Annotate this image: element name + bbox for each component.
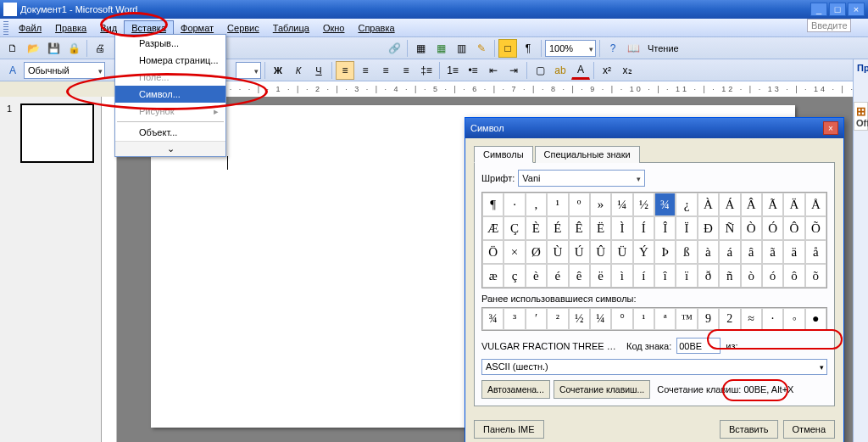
symbol-cell[interactable]: Á	[719, 193, 740, 216]
symbol-cell[interactable]: Ø	[526, 240, 547, 264]
outdent-icon[interactable]: ⇤	[484, 61, 503, 80]
bullet-list-icon[interactable]: •≡	[464, 61, 482, 80]
permissions-icon[interactable]: 🔒	[64, 39, 83, 58]
tab-special-chars[interactable]: Специальные знаки	[535, 146, 640, 163]
symbol-cell[interactable]: Î	[654, 216, 676, 240]
symbol-cell[interactable]: ¶	[482, 193, 504, 216]
symbol-cell[interactable]: ó	[762, 264, 783, 288]
font-color-icon[interactable]: A	[571, 61, 590, 80]
tables-icon[interactable]: ▦	[411, 39, 430, 58]
symbol-cell[interactable]: Ë	[590, 216, 611, 240]
subscript-icon[interactable]: x₂	[618, 61, 637, 80]
help-search-box[interactable]: Введите	[807, 19, 851, 32]
symbol-cell[interactable]: Ý	[633, 240, 654, 264]
symbol-cell[interactable]: À	[698, 193, 719, 216]
symbol-cell[interactable]: ¹	[547, 193, 568, 216]
symbol-cell[interactable]: ò	[741, 264, 762, 288]
recent-symbol-cell[interactable]: ≈	[741, 308, 762, 330]
symbol-cell[interactable]: Ö	[482, 240, 504, 264]
recent-symbol-cell[interactable]: ™	[676, 308, 697, 330]
symbol-cell[interactable]: ï	[676, 264, 697, 288]
help-icon[interactable]: ?	[604, 39, 622, 58]
symbol-cell[interactable]: å	[805, 240, 826, 264]
superscript-icon[interactable]: x²	[598, 61, 616, 80]
close-button[interactable]: ×	[848, 3, 865, 16]
cancel-button[interactable]: Отмена	[783, 420, 835, 439]
menu-field[interactable]: Поле...	[115, 69, 225, 86]
menu-symbol[interactable]: Символ...	[115, 86, 225, 103]
menu-object[interactable]: Объект...	[115, 124, 225, 141]
insert-button[interactable]: Вставить	[720, 420, 778, 439]
recent-symbol-cell[interactable]: ¾	[482, 308, 504, 330]
symbol-cell[interactable]: Ð	[698, 216, 719, 240]
doc-map-icon[interactable]: □	[498, 39, 517, 58]
symbol-cell[interactable]: Æ	[482, 216, 504, 240]
menu-view[interactable]: Вид	[93, 21, 124, 35]
recent-symbol-cell[interactable]: ²	[547, 308, 568, 330]
recent-symbol-cell[interactable]: ◦	[783, 308, 804, 330]
symbol-cell[interactable]: ë	[590, 264, 611, 288]
symbol-cell[interactable]: Û	[590, 240, 611, 264]
symbol-cell[interactable]: Ì	[611, 216, 632, 240]
italic-icon[interactable]: К	[289, 61, 308, 80]
task-pane[interactable]: Приступа ⊞ Off	[853, 59, 868, 442]
menu-table[interactable]: Таблица	[266, 21, 316, 35]
symbol-cell[interactable]: ¿	[676, 193, 697, 216]
drawing-icon[interactable]: ✎	[472, 39, 491, 58]
symbol-cell[interactable]: à	[698, 240, 719, 264]
horizontal-ruler[interactable]: · 2 · | · 1 · | · · · | · 1 · | · 2 · | …	[117, 81, 868, 97]
underline-icon[interactable]: Ч	[309, 61, 328, 80]
symbol-cell[interactable]: ê	[569, 264, 590, 288]
page-thumbnail[interactable]	[20, 104, 94, 163]
menu-format[interactable]: Формат	[174, 21, 220, 35]
link-icon[interactable]: 🔗	[385, 39, 403, 58]
menu-break[interactable]: Разрыв...	[115, 35, 225, 52]
menu-edit[interactable]: Правка	[48, 21, 93, 35]
symbol-cell[interactable]: ½	[633, 193, 654, 216]
excel-icon[interactable]: ▦	[431, 39, 450, 58]
recent-symbol-cell[interactable]: 9	[698, 308, 719, 330]
symbol-cell[interactable]: Ñ	[719, 216, 740, 240]
symbol-cell[interactable]: ß	[676, 240, 697, 264]
symbol-cell[interactable]: Â	[741, 193, 762, 216]
style-combo[interactable]: Обычный	[24, 62, 105, 79]
symbol-cell[interactable]: Ô	[783, 216, 804, 240]
symbol-cell[interactable]: Å	[805, 193, 826, 216]
symbol-cell[interactable]: ã	[762, 240, 783, 264]
align-justify-icon[interactable]: ≡	[397, 61, 415, 80]
line-spacing-icon[interactable]: ‡≡	[417, 61, 436, 80]
menu-window[interactable]: Окно	[316, 21, 352, 35]
symbol-cell[interactable]: Ù	[547, 240, 568, 264]
thumbnail-pane[interactable]: 1	[0, 97, 102, 442]
symbol-cell[interactable]: Ê	[569, 216, 590, 240]
symbol-cell[interactable]: Í	[633, 216, 654, 240]
symbol-cell[interactable]: â	[741, 240, 762, 264]
open-icon[interactable]: 📂	[24, 39, 42, 58]
numbered-list-icon[interactable]: 1≡	[443, 61, 462, 80]
recent-symbol-cell[interactable]: ½	[569, 308, 590, 330]
ime-panel-button[interactable]: Панель IME	[474, 420, 544, 439]
indent-icon[interactable]: ⇥	[504, 61, 523, 80]
symbol-cell[interactable]: õ	[805, 264, 826, 288]
menu-picture[interactable]: Рисунок▸	[115, 103, 225, 120]
styles-icon[interactable]: A	[3, 61, 22, 80]
menu-tools[interactable]: Сервис	[220, 21, 266, 35]
columns-icon[interactable]: ▥	[452, 39, 470, 58]
recent-symbol-cell[interactable]: ·	[762, 308, 783, 330]
bold-icon[interactable]: Ж	[269, 61, 287, 80]
dialog-close-icon[interactable]: ×	[823, 121, 838, 135]
menu-page-numbers[interactable]: Номера страниц...	[115, 52, 225, 69]
recent-symbol-cell[interactable]: °	[611, 308, 632, 330]
borders-icon[interactable]: ▢	[531, 61, 549, 80]
symbol-cell[interactable]: Ä	[783, 193, 804, 216]
symbol-cell[interactable]: ·	[504, 193, 525, 216]
recent-symbol-cell[interactable]: ª	[654, 308, 676, 330]
symbol-cell[interactable]: ×	[504, 240, 525, 264]
symbol-cell[interactable]: Ó	[762, 216, 783, 240]
symbol-cell[interactable]: Þ	[654, 240, 676, 264]
recent-symbol-cell[interactable]: 2	[719, 308, 740, 330]
symbol-cell[interactable]: Ï	[676, 216, 697, 240]
paragraph-mark-icon[interactable]: ¶	[519, 39, 537, 58]
new-doc-icon[interactable]: 🗋	[3, 39, 22, 58]
symbol-cell[interactable]: è	[526, 264, 547, 288]
